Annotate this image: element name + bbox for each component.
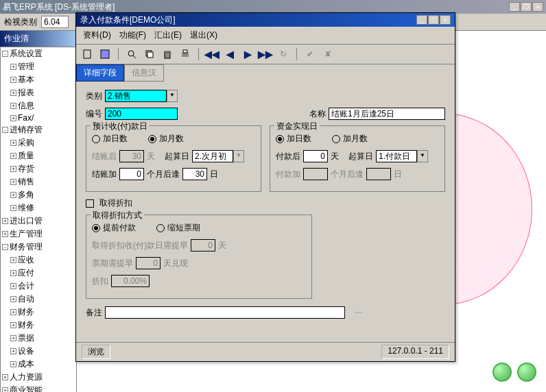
tab-detail[interactable]: 详细字段 bbox=[76, 64, 124, 82]
expand-icon[interactable]: + bbox=[2, 231, 8, 237]
save-icon[interactable] bbox=[98, 47, 112, 61]
pay-after-input[interactable] bbox=[303, 150, 328, 162]
menu-export[interactable]: 汇出(E) bbox=[152, 29, 185, 42]
name-input[interactable] bbox=[329, 108, 445, 120]
expand-icon[interactable]: + bbox=[10, 322, 16, 328]
view-type-input[interactable] bbox=[41, 16, 69, 28]
tree-node[interactable]: 多角 bbox=[18, 189, 34, 201]
expand-icon[interactable]: + bbox=[10, 270, 16, 276]
expand-icon[interactable]: + bbox=[10, 348, 16, 354]
code-input[interactable] bbox=[105, 108, 178, 120]
tree-node[interactable]: 设备 bbox=[18, 345, 34, 357]
tree-node[interactable]: 自动 bbox=[18, 293, 34, 305]
search-icon[interactable] bbox=[125, 47, 139, 61]
radio-add-days[interactable] bbox=[92, 135, 100, 143]
prev-icon[interactable]: ◀ bbox=[223, 47, 237, 61]
radio-cash-add-days[interactable] bbox=[276, 135, 284, 143]
copy-icon[interactable] bbox=[143, 47, 156, 61]
expand-icon[interactable]: + bbox=[10, 335, 16, 341]
cancel-icon[interactable]: ✘ bbox=[321, 47, 335, 61]
tree-node[interactable]: 生产管理 bbox=[10, 228, 43, 240]
menu-data[interactable]: 资料(D) bbox=[80, 29, 114, 42]
last-icon[interactable]: ▶▶ bbox=[259, 47, 272, 61]
close-button[interactable]: × bbox=[532, 2, 543, 12]
tree-view[interactable]: -系统设置 +管理 +基本 +报表 +信息 +Fax/ -进销存管 +采购 +质… bbox=[0, 47, 77, 392]
expand-icon[interactable]: + bbox=[2, 387, 8, 392]
dialog-close-button[interactable]: × bbox=[440, 15, 451, 25]
category-input[interactable] bbox=[105, 90, 167, 102]
tree-node[interactable]: 采购 bbox=[18, 137, 34, 149]
expand-icon[interactable]: + bbox=[10, 103, 16, 109]
expand-icon[interactable]: + bbox=[2, 218, 8, 224]
expand-icon[interactable]: + bbox=[10, 179, 16, 185]
radio-cash-add-months[interactable] bbox=[332, 135, 340, 143]
tree-node[interactable]: 报表 bbox=[18, 87, 34, 99]
next-icon[interactable]: ▶ bbox=[241, 47, 254, 61]
tree-node[interactable]: 质量 bbox=[18, 150, 34, 162]
tree-node[interactable]: 成本 bbox=[18, 358, 34, 370]
delete-icon[interactable] bbox=[161, 47, 174, 61]
expand-icon[interactable]: - bbox=[2, 244, 8, 250]
refresh-icon[interactable]: ↻ bbox=[276, 47, 290, 61]
start-day-dropdown-button[interactable]: ▼ bbox=[233, 150, 244, 162]
tree-node[interactable]: 人力资源 bbox=[10, 371, 43, 383]
tree-node[interactable]: 财务管理 bbox=[10, 241, 43, 253]
tree-node[interactable]: 管理 bbox=[18, 61, 34, 73]
expand-icon[interactable]: + bbox=[10, 166, 16, 172]
remark-lookup-icon[interactable]: ⋯ bbox=[352, 306, 366, 319]
cash-start-day-dropdown-button[interactable]: ▼ bbox=[417, 150, 428, 162]
tree-node[interactable]: 票据 bbox=[18, 332, 34, 344]
start-day-combo[interactable] bbox=[192, 150, 233, 162]
tree-node[interactable]: 财务 bbox=[18, 319, 34, 331]
expand-icon[interactable]: - bbox=[2, 51, 8, 57]
tree-node[interactable]: 信息 bbox=[18, 100, 34, 112]
expand-icon[interactable]: + bbox=[10, 115, 16, 121]
tree-node[interactable]: 应收 bbox=[18, 254, 34, 266]
tree-node[interactable]: 维修 bbox=[18, 202, 34, 214]
float-button-1[interactable] bbox=[492, 363, 512, 382]
expand-icon[interactable]: + bbox=[10, 361, 16, 367]
print-icon[interactable] bbox=[178, 47, 192, 61]
tree-node[interactable]: 商业智能 bbox=[10, 384, 43, 392]
tree-node[interactable]: 进销存管 bbox=[10, 124, 43, 136]
menu-exit[interactable]: 退出(X) bbox=[187, 29, 220, 42]
first-icon[interactable]: ◀◀ bbox=[205, 47, 219, 61]
tree-node[interactable]: 应付 bbox=[18, 267, 34, 279]
expand-icon[interactable]: + bbox=[10, 283, 16, 289]
tree-node[interactable]: 进出口管 bbox=[10, 215, 43, 227]
settle-add-input[interactable] bbox=[119, 168, 144, 180]
maximize-button[interactable]: ❐ bbox=[521, 2, 532, 12]
menu-function[interactable]: 功能(F) bbox=[117, 29, 149, 42]
radio-prepay[interactable] bbox=[92, 224, 100, 232]
expand-icon[interactable]: + bbox=[10, 296, 16, 302]
tab-info[interactable]: 信息汉 bbox=[124, 64, 164, 82]
expand-icon[interactable]: + bbox=[10, 140, 16, 146]
expand-icon[interactable]: + bbox=[10, 309, 16, 315]
radio-shorten[interactable] bbox=[156, 224, 165, 232]
months-after-day-input[interactable] bbox=[182, 168, 207, 180]
tree-node[interactable]: 销售 bbox=[18, 176, 34, 188]
expand-icon[interactable]: + bbox=[10, 192, 16, 198]
expand-icon[interactable]: + bbox=[10, 90, 16, 96]
new-icon[interactable] bbox=[80, 47, 94, 61]
expand-icon[interactable]: + bbox=[10, 205, 16, 211]
tree-node[interactable]: Fax/ bbox=[18, 113, 34, 123]
dialog-maximize-button[interactable]: □ bbox=[428, 15, 439, 25]
float-button-2[interactable] bbox=[517, 363, 536, 382]
minimize-button[interactable]: _ bbox=[509, 2, 520, 12]
expand-icon[interactable]: + bbox=[10, 153, 16, 159]
radio-add-months[interactable] bbox=[148, 135, 156, 143]
expand-icon[interactable]: + bbox=[10, 77, 16, 83]
dialog-minimize-button[interactable]: _ bbox=[416, 15, 427, 25]
tree-node[interactable]: 存货 bbox=[18, 163, 34, 175]
tree-node[interactable]: 基本 bbox=[18, 74, 34, 86]
expand-icon[interactable]: - bbox=[2, 127, 8, 133]
cash-start-day-combo[interactable] bbox=[376, 150, 417, 162]
expand-icon[interactable]: + bbox=[2, 374, 8, 380]
confirm-icon[interactable]: ✔ bbox=[303, 47, 317, 61]
expand-icon[interactable]: + bbox=[10, 64, 16, 70]
tree-node[interactable]: 财务 bbox=[18, 306, 34, 318]
category-dropdown-button[interactable]: ▼ bbox=[167, 90, 178, 102]
remark-input[interactable] bbox=[105, 306, 345, 319]
dialog-title-bar[interactable]: 录入付款条件[DEMO公司] _ □ × bbox=[76, 13, 455, 27]
